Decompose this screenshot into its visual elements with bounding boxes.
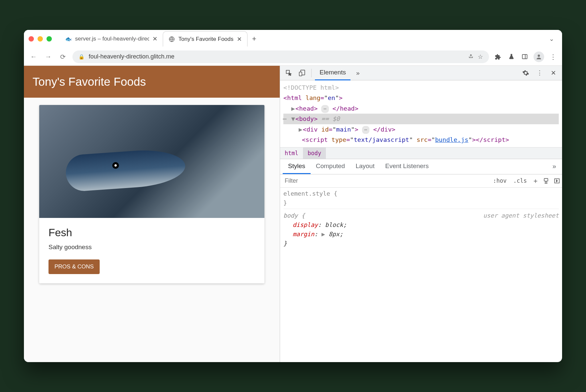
card-description: Salty goodness xyxy=(49,244,255,251)
breadcrumb-html[interactable]: html xyxy=(280,147,303,159)
svg-point-3 xyxy=(538,54,540,57)
styles-filter-row: :hov .cls ＋ xyxy=(280,174,562,188)
dom-breadcrumb: html body xyxy=(280,147,562,159)
address-bar[interactable]: 🔒 foul-heavenly-direction.glitch.me ☆ xyxy=(72,50,489,63)
svg-rect-6 xyxy=(299,72,302,76)
card-image xyxy=(39,105,264,218)
new-tab-button[interactable]: + xyxy=(252,35,256,43)
bundle-link[interactable]: bundle.js xyxy=(435,136,468,143)
doctype-line: <!DOCTYPE html> xyxy=(283,82,559,93)
svg-rect-1 xyxy=(522,54,527,59)
paint-brush-icon[interactable] xyxy=(541,178,551,184)
tab-title: server.js – foul-heavenly-direct xyxy=(75,36,149,42)
content-split: Tony's Favorite Foods Fesh Salty goodnes… xyxy=(24,66,562,362)
ua-stylesheet-label: user agent stylesheet xyxy=(483,211,559,220)
new-style-rule-icon[interactable]: ＋ xyxy=(530,176,541,185)
globe-favicon-icon xyxy=(168,36,175,43)
dom-tree[interactable]: <!DOCTYPE html> <html lang="en"> ▶<head>… xyxy=(280,80,562,147)
styles-more-icon[interactable]: » xyxy=(549,159,559,174)
browser-chrome: 🐟 server.js – foul-heavenly-direct ✕ Ton… xyxy=(24,30,562,66)
styles-tab-strip: Styles Computed Layout Event Listeners » xyxy=(280,159,562,174)
pros-cons-button[interactable]: PROS & CONS xyxy=(49,259,100,274)
devtools-tab-elements[interactable]: Elements xyxy=(315,66,350,80)
traffic-lights xyxy=(29,36,52,42)
labs-icon[interactable] xyxy=(507,52,516,61)
head-line[interactable]: ▶<head> ⋯ </head> xyxy=(283,103,559,114)
tab-title: Tony's Favorite Foods xyxy=(178,36,234,43)
close-tab-icon[interactable]: ✕ xyxy=(152,35,157,43)
extensions-icon[interactable] xyxy=(494,52,502,61)
tabs-dropdown-icon[interactable]: ⌄ xyxy=(549,35,554,43)
styles-rules: element.style { } user agent stylesheet … xyxy=(280,188,562,249)
kebab-menu-icon[interactable]: ⋮ xyxy=(534,67,545,79)
address-bar-row: ← → ⟳ 🔒 foul-heavenly-direction.glitch.m… xyxy=(24,48,562,66)
margin-declaration[interactable]: margin: ▶ 8px; xyxy=(283,230,559,239)
html-open-line[interactable]: <html lang="en"> xyxy=(283,93,559,103)
styles-tab-styles[interactable]: Styles xyxy=(283,159,311,174)
bookmark-icon[interactable]: ☆ xyxy=(478,53,483,60)
cls-toggle[interactable]: .cls xyxy=(510,177,530,184)
food-card: Fesh Salty goodness PROS & CONS xyxy=(39,105,264,283)
styles-tab-computed[interactable]: Computed xyxy=(311,159,350,174)
devtools-panel: Elements » ⋮ ✕ <!DOCTYPE html> <html lan… xyxy=(280,66,562,362)
svg-rect-7 xyxy=(544,178,548,181)
script-line[interactable]: <script type="text/javascript" src="bund… xyxy=(283,135,559,145)
close-window-button[interactable] xyxy=(29,36,34,42)
computed-panel-toggle-icon[interactable] xyxy=(551,178,562,184)
maximize-window-button[interactable] xyxy=(47,36,52,42)
inline-style-close: } xyxy=(283,198,559,208)
hov-toggle[interactable]: :hov xyxy=(490,177,510,184)
card-body: Fesh Salty goodness PROS & CONS xyxy=(39,218,264,283)
back-button[interactable]: ← xyxy=(29,52,39,62)
reload-button[interactable]: ⟳ xyxy=(58,52,68,62)
card-title: Fesh xyxy=(49,227,255,239)
profile-avatar-icon[interactable] xyxy=(534,51,544,62)
styles-tab-event-listeners[interactable]: Event Listeners xyxy=(380,159,434,174)
url-text: foul-heavenly-direction.glitch.me xyxy=(89,53,464,60)
tab-strip: 🐟 server.js – foul-heavenly-direct ✕ Ton… xyxy=(24,30,562,48)
minimize-window-button[interactable] xyxy=(38,36,43,42)
device-toggle-icon[interactable] xyxy=(296,67,308,79)
lock-icon: 🔒 xyxy=(78,54,85,60)
breadcrumb-body[interactable]: body xyxy=(303,147,326,159)
close-tab-icon[interactable]: ✕ xyxy=(237,36,242,43)
page-title: Tony's Favorite Foods xyxy=(24,66,280,98)
rendered-page: Tony's Favorite Foods Fesh Salty goodnes… xyxy=(24,66,280,362)
tab-active[interactable]: Tony's Favorite Foods ✕ xyxy=(163,31,247,47)
settings-icon[interactable] xyxy=(520,67,532,79)
inline-style-selector[interactable]: element.style { xyxy=(283,189,559,198)
side-panel-icon[interactable] xyxy=(520,52,529,61)
devtools-header: Elements » ⋮ ✕ xyxy=(280,66,562,80)
display-declaration[interactable]: display: block; xyxy=(283,220,559,230)
glitch-favicon-icon: 🐟 xyxy=(65,36,72,42)
inspect-element-icon[interactable] xyxy=(283,67,295,79)
more-tabs-icon[interactable]: » xyxy=(352,67,364,79)
tab-inactive[interactable]: 🐟 server.js – foul-heavenly-direct ✕ xyxy=(60,31,163,47)
close-devtools-icon[interactable]: ✕ xyxy=(547,67,559,79)
styles-filter-input[interactable] xyxy=(280,177,490,184)
forward-button[interactable]: → xyxy=(43,52,53,62)
div-main-line[interactable]: ▶<div id="main"> ⋯ </div> xyxy=(283,124,559,135)
styles-tab-layout[interactable]: Layout xyxy=(350,159,380,174)
menu-icon[interactable]: ⋮ xyxy=(549,52,557,61)
body-line-selected[interactable]: ▼<body> == $0 xyxy=(283,114,559,124)
share-icon[interactable] xyxy=(468,53,474,60)
body-rule-close: } xyxy=(283,239,559,248)
browser-window: 🐟 server.js – foul-heavenly-direct ✕ Ton… xyxy=(24,30,562,362)
